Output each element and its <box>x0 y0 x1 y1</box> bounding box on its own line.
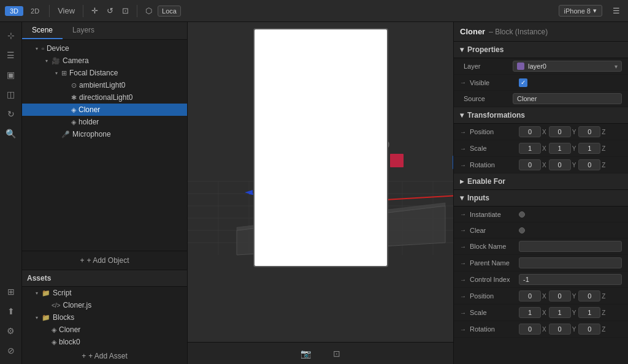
sidebar-icon-export[interactable]: ⬆ <box>2 303 20 320</box>
tree-label-holder: holder <box>78 118 99 126</box>
pos-y-input[interactable] <box>549 126 571 137</box>
source-input[interactable] <box>513 93 622 104</box>
svg-rect-27 <box>390 154 404 167</box>
rot-y-axis: Y <box>572 162 576 169</box>
tree-label-focal: Focal Distance <box>69 69 118 77</box>
sidebar-icon-search[interactable]: 🔍 <box>2 125 20 142</box>
iscale-y-input[interactable] <box>549 307 571 318</box>
prop-visible-label: Visible <box>470 79 519 86</box>
ipos-z-input[interactable] <box>578 290 600 301</box>
instantiate-dot[interactable] <box>519 211 525 218</box>
section-enable-label: Enable For <box>467 177 505 186</box>
tree-item-device[interactable]: ▾ ▫ Device <box>22 42 187 55</box>
prop-inputs-rotation-label: Rotation <box>470 325 519 333</box>
section-transformations[interactable]: ▾ Transformations <box>454 107 628 124</box>
section-inputs-label: Inputs <box>467 194 489 202</box>
view-label-button[interactable]: View <box>55 4 78 17</box>
tree-item-block0[interactable]: ▾ ◈ block0 <box>22 336 187 348</box>
layer-select[interactable]: layer0 ▾ <box>513 61 622 72</box>
device-selector[interactable]: iPhone 8 ▾ <box>559 5 602 17</box>
sidebar-icon-select[interactable]: ⊹ <box>2 27 20 44</box>
tree-item-script[interactable]: ▾ 📁 Script <box>22 287 187 299</box>
sidebar-icon-animation[interactable]: ↻ <box>2 105 20 123</box>
scale-z-input[interactable] <box>578 143 600 154</box>
irot-x-input[interactable] <box>519 324 541 335</box>
clear-arrow: → <box>460 227 466 233</box>
tree-item-focal[interactable]: ▾ ⊞ Focal Distance <box>22 67 187 79</box>
tree-item-cloner-js[interactable]: ▾ </> Cloner.js <box>22 299 187 311</box>
rot-y-input[interactable] <box>549 159 571 170</box>
camera-icon-button[interactable]: 📷 <box>296 346 316 361</box>
add-asset-button[interactable]: + + Add Asset <box>22 348 187 364</box>
add-object-label: + Add Object <box>86 256 129 265</box>
tab-layers[interactable]: Layers <box>63 22 104 39</box>
scale-x-input[interactable] <box>519 143 541 154</box>
sidebar-icon-layers[interactable]: ☰ <box>2 47 20 64</box>
irot-y-input[interactable] <box>549 324 571 335</box>
block-name-input[interactable] <box>519 241 622 252</box>
tree-item-cloner-block[interactable]: ▾ ◈ Cloner <box>22 324 187 336</box>
sidebar-icon-help[interactable]: ⊘ <box>2 342 20 359</box>
scale-y-input[interactable] <box>549 143 571 154</box>
sidebar-icon-settings[interactable]: ⚙ <box>2 322 20 339</box>
scale-arrow: → <box>460 145 466 152</box>
tab-scene[interactable]: Scene <box>22 22 63 39</box>
add-asset-label: + Add Asset <box>88 352 128 360</box>
viewport[interactable]: 📷 ⊡ <box>188 22 453 364</box>
section-properties[interactable]: ▾ Properties <box>454 42 628 58</box>
tree-item-microphone[interactable]: ▾ 🎤 Microphone <box>22 128 187 140</box>
viewport-bottom-bar: 📷 ⊡ <box>188 342 453 364</box>
prop-layer-value: layer0 ▾ <box>513 61 622 72</box>
prop-scale-value: X Y Z <box>519 143 622 154</box>
iscale-z-input[interactable] <box>578 307 600 318</box>
rot-x-input[interactable] <box>519 159 541 170</box>
tree-item-blocks[interactable]: ▾ 📁 Blocks <box>22 311 187 324</box>
ipos-x-input[interactable] <box>519 290 541 301</box>
control-index-input[interactable] <box>519 274 622 285</box>
section-transform-label: Transformations <box>467 111 525 119</box>
move-tool-button[interactable]: ✛ <box>88 4 101 17</box>
tree-item-holder[interactable]: ▾ ◈ holder <box>22 116 187 128</box>
prop-block-name-label: Block Name <box>470 243 519 250</box>
scale-tool-button[interactable]: ⊡ <box>119 4 132 17</box>
sidebar-icon-material[interactable]: ◫ <box>2 86 20 103</box>
screen-icon-button[interactable]: ⊡ <box>328 346 345 361</box>
menu-button[interactable]: ☰ <box>610 4 623 17</box>
rot-z-input[interactable] <box>578 159 600 170</box>
inst-arrow: → <box>460 211 466 218</box>
prop-source-row: Source <box>454 91 628 107</box>
ipos-y-input[interactable] <box>549 290 571 301</box>
cloner-object-icon: ◈ <box>71 106 76 114</box>
irot-z-input[interactable] <box>578 324 600 335</box>
tree-label-device: Device <box>47 44 69 53</box>
tree-item-cloner[interactable]: ▾ ◈ Cloner <box>22 104 187 116</box>
section-inputs[interactable]: ▾ Inputs <box>454 190 628 207</box>
pos-x-input[interactable] <box>519 126 541 137</box>
ipos-y-axis: Y <box>572 293 576 300</box>
pos-z-input[interactable] <box>578 126 600 137</box>
script-folder-icon: 📁 <box>42 289 50 297</box>
tree-item-ambient[interactable]: ▾ ⊙ ambientLight0 <box>22 79 187 91</box>
prop-parent-name-label: Parent Name <box>470 259 519 267</box>
object-icon-button[interactable]: ⬡ <box>142 4 155 17</box>
tree-item-directional[interactable]: ▾ ✱ directionalLight0 <box>22 91 187 104</box>
section-enable-for[interactable]: ▸ Enable For <box>454 173 628 190</box>
sidebar-icon-shapes[interactable]: ▣ <box>2 66 20 83</box>
visible-checkbox[interactable]: ✓ <box>519 78 527 87</box>
parent-name-input[interactable] <box>519 257 622 268</box>
2d-view-button[interactable]: 2D <box>26 6 44 16</box>
tree-label-cloner-block: Cloner <box>59 325 80 334</box>
sidebar-icon-add[interactable]: ⊞ <box>2 283 20 300</box>
prop-parent-name-row: → Parent Name <box>454 255 628 271</box>
clear-dot[interactable] <box>519 227 525 233</box>
add-object-button[interactable]: + + Add Object <box>22 251 187 270</box>
prop-instantiate-row: → Instantiate <box>454 207 628 222</box>
rotate-tool-button[interactable]: ↺ <box>104 4 117 17</box>
tree-item-camera[interactable]: ▾ 🎥 Camera <box>22 55 187 67</box>
location-selector[interactable]: Loca <box>158 6 181 17</box>
iscale-x-input[interactable] <box>519 307 541 318</box>
3d-view-button[interactable]: 3D <box>5 6 23 16</box>
svg-rect-28 <box>453 156 453 169</box>
prop-inputs-scale-value: X Y Z <box>519 307 622 318</box>
assets-label: Assets <box>27 274 51 282</box>
